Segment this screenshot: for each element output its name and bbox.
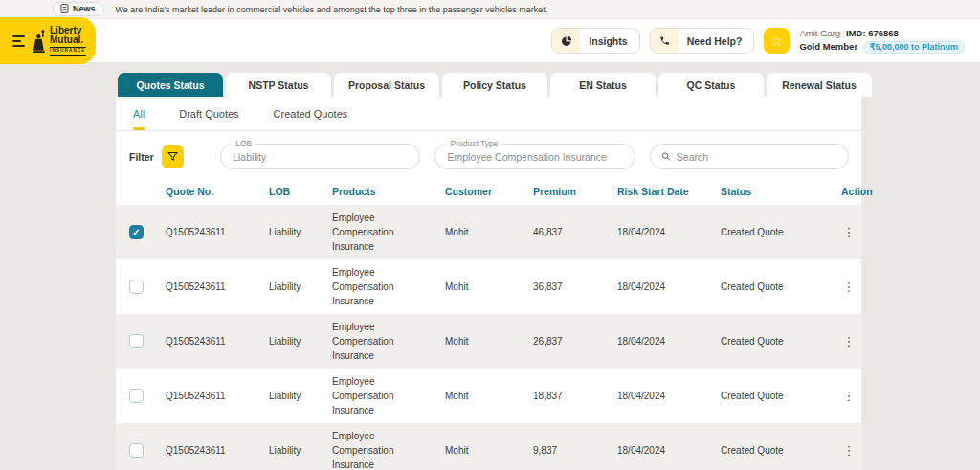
news-badge[interactable]: News [53, 2, 104, 16]
table-row: Q1505243611 Liability Employee Compensat… [116, 259, 861, 314]
filter-button[interactable] [162, 145, 185, 168]
liberty-mutual-logo: Liberty Mutual. INSURANCE [32, 26, 86, 56]
cell-premium: 18,837 [533, 391, 617, 401]
funnel-icon [167, 150, 179, 163]
cell-risk-start-date: 18/04/2024 [617, 445, 721, 456]
need-help-button[interactable]: Need Help? [650, 28, 755, 54]
cell-lob: Liability [269, 445, 332, 456]
row-action-kebab-icon[interactable]: ⋮ [841, 225, 857, 239]
tab-proposal-status[interactable]: Proposal Status [334, 73, 439, 97]
quotes-card: All Draft Quotes Created Quotes Filter L… [115, 97, 862, 470]
cell-products: Employee Compensation Insurance [332, 314, 416, 369]
phone-icon [651, 29, 679, 53]
lob-input-value: Liability [233, 151, 266, 163]
row-action-kebab-icon[interactable]: ⋮ [841, 389, 857, 403]
cell-customer: Mohit [445, 445, 533, 456]
quote-subtabs: All Draft Quotes Created Quotes [116, 97, 861, 131]
table-row: Q1505243611 Liability Employee Compensat… [116, 205, 861, 259]
insights-button[interactable]: Insights [551, 28, 639, 54]
col-customer: Customer [445, 186, 533, 197]
app-header: Insights Need Help? ☆ Amit Garg- IMD: 67… [0, 19, 980, 63]
row-action-kebab-icon[interactable]: ⋮ [841, 443, 857, 458]
search-icon [661, 151, 671, 162]
cell-products: Employee Compensation Insurance [332, 205, 416, 259]
product-type-input-value: Employee Compensation Insurance [447, 151, 606, 163]
subtab-draft-quotes[interactable]: Draft Quotes [179, 108, 238, 130]
cell-quote-no: Q1505243611 [166, 391, 269, 401]
cell-status: Created Quote [721, 281, 841, 292]
row-action-kebab-icon[interactable]: ⋮ [841, 280, 857, 294]
need-help-label: Need Help? [679, 35, 754, 47]
cell-premium: 36,837 [533, 281, 617, 292]
cell-quote-no: Q1505243611 [166, 445, 269, 456]
lob-input-label: LOB [232, 139, 256, 148]
subtab-created-quotes[interactable]: Created Quotes [274, 108, 348, 130]
row-checkbox[interactable] [129, 389, 144, 403]
cell-status: Created Quote [721, 227, 841, 237]
upgrade-badge[interactable]: ₹5,00,000 to Platinum [863, 41, 965, 54]
col-status: Status [721, 186, 841, 197]
search-input[interactable] [677, 151, 837, 163]
filter-row: Filter LOB Liability Product Type Employ… [116, 131, 861, 178]
member-tier-label: Gold Member [799, 41, 858, 52]
tab-en-status[interactable]: EN Status [550, 73, 656, 97]
row-checkbox[interactable] [129, 443, 144, 458]
col-action: Action [841, 186, 873, 197]
cell-lob: Liability [269, 227, 332, 237]
cell-risk-start-date: 18/04/2024 [617, 336, 721, 347]
tab-qc-status[interactable]: QC Status [658, 73, 764, 97]
table-row: Q1505243611 Liability Employee Compensat… [116, 314, 861, 369]
product-type-input[interactable]: Product Type Employee Compensation Insur… [434, 144, 635, 169]
hamburger-menu-icon[interactable] [12, 35, 25, 47]
cell-customer: Mohit [445, 281, 533, 292]
col-premium: Premium [533, 186, 617, 197]
cell-status: Created Quote [721, 336, 841, 347]
row-checkbox[interactable] [129, 334, 144, 348]
member-star-icon[interactable]: ☆ [764, 28, 790, 54]
row-action-kebab-icon[interactable]: ⋮ [841, 334, 857, 348]
subtab-all[interactable]: All [133, 108, 145, 130]
tab-nstp-status[interactable]: NSTP Status [226, 73, 331, 97]
user-info: Amit Garg- IMD: 676868 Gold Member ₹5,00… [799, 27, 965, 56]
tab-policy-status[interactable]: Policy Status [442, 73, 547, 97]
row-checkbox[interactable] [129, 280, 144, 294]
col-risk-start-date: Risk Start Date [617, 186, 721, 197]
lob-input[interactable]: LOB Liability [220, 144, 420, 169]
cell-products: Employee Compensation Insurance [332, 259, 416, 314]
pie-chart-icon [552, 29, 580, 53]
insights-label: Insights [580, 35, 638, 47]
cell-status: Created Quote [721, 391, 841, 401]
col-quote-no: Quote No. [166, 186, 269, 197]
news-doc-icon [60, 4, 69, 13]
cell-customer: Mohit [445, 227, 533, 237]
search-box[interactable] [650, 144, 849, 169]
brand-text: Liberty Mutual. INSURANCE [50, 26, 86, 56]
cell-products: Employee Compensation Insurance [332, 423, 416, 470]
cell-premium: 46,837 [533, 227, 617, 237]
table-header-row: Quote No. LOB Products Customer Premium … [116, 178, 861, 205]
row-checkbox[interactable] [129, 225, 144, 239]
news-ticker-text: We are India's market leader in commerci… [116, 5, 548, 14]
cell-lob: Liability [269, 336, 332, 347]
tab-quotes-status[interactable]: Quotes Status [118, 73, 223, 97]
statue-of-liberty-icon [32, 29, 46, 54]
cell-risk-start-date: 18/04/2024 [617, 391, 721, 401]
table-row: Q1505243611 Liability Employee Compensat… [116, 423, 861, 470]
cell-premium: 9,837 [533, 445, 617, 456]
cell-customer: Mohit [445, 336, 533, 347]
cell-lob: Liability [269, 391, 332, 401]
tab-renewal-status[interactable]: Renewal Status [767, 73, 872, 97]
cell-products: Employee Compensation Insurance [332, 369, 416, 423]
cell-customer: Mohit [445, 391, 533, 401]
news-badge-label: News [73, 4, 96, 13]
status-tabs: Quotes Status NSTP Status Proposal Statu… [118, 73, 980, 97]
filter-label: Filter [129, 151, 154, 163]
col-products: Products [332, 186, 445, 197]
user-imd: IMD: 676868 [846, 28, 899, 38]
cell-quote-no: Q1505243611 [166, 336, 269, 347]
cell-lob: Liability [269, 281, 332, 292]
product-type-input-label: Product Type [446, 139, 501, 148]
cell-quote-no: Q1505243611 [166, 227, 269, 237]
cell-status: Created Quote [721, 445, 841, 456]
cell-risk-start-date: 18/04/2024 [617, 281, 721, 292]
